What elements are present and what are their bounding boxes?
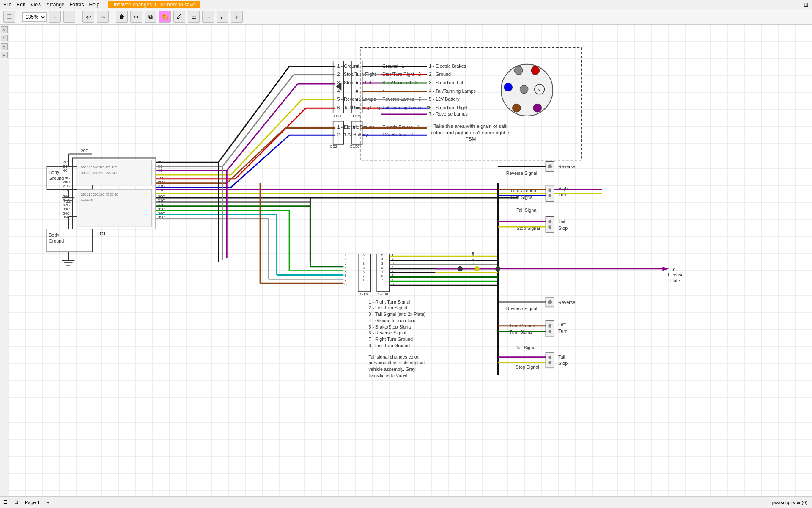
menu-arrange[interactable]: Arrange <box>47 2 65 8</box>
shape-button[interactable]: ▭ <box>188 11 200 23</box>
svg-text:2C: 2C <box>63 160 68 164</box>
arrow-button[interactable]: → <box>202 11 214 23</box>
svg-text:transitions to Violet: transitions to Violet <box>368 373 407 378</box>
svg-point-88 <box>356 73 358 76</box>
left-btn-3[interactable]: △ <box>1 43 8 50</box>
left-btn-4[interactable]: ▽ <box>1 52 8 58</box>
menu-help[interactable]: Help <box>89 2 100 8</box>
svg-text:vehicle assembly.  Gray: vehicle assembly. Gray <box>368 367 416 372</box>
svg-rect-242 <box>546 216 554 232</box>
pages-button[interactable]: ☰ <box>3 11 15 23</box>
left-btn-1[interactable]: ◁ <box>1 26 8 33</box>
diagram-canvas[interactable]: Body Ground 20C Body Ground 3 <box>8 25 812 496</box>
svg-text:To: To <box>671 267 675 272</box>
svg-text:3C: 3C <box>63 164 68 168</box>
svg-text:19C: 19C <box>63 176 70 180</box>
svg-text:4: 4 <box>362 257 365 261</box>
left-panel: ◁ ▷ △ ▽ <box>0 25 8 496</box>
add-page-plus[interactable]: + <box>47 500 49 505</box>
svg-text:Turn: Turn <box>558 329 568 334</box>
menu-edit[interactable]: Edit <box>16 2 25 8</box>
menu-bar: File Edit View Arrange Extras Help Unsav… <box>0 0 812 9</box>
svg-text:C15: C15 <box>360 291 368 296</box>
svg-text:34C: 34C <box>63 211 70 215</box>
svg-text:Reverse Signal: Reverse Signal <box>506 171 537 176</box>
svg-text:6 - Reverse Signal: 6 - Reverse Signal <box>368 330 406 335</box>
svg-text:Ground: Ground <box>49 238 64 243</box>
fill-color-button[interactable]: 🎨 <box>159 11 171 23</box>
menu-view[interactable]: View <box>30 2 41 8</box>
svg-text:3 - Tail Signal (and 2x Plate): 3 - Tail Signal (and 2x Plate) <box>368 312 425 317</box>
svg-point-235 <box>548 164 552 168</box>
svg-text:22C 21C 20C 19C  4C  3C  2C: 22C 21C 20C 19C 4C 3C 2C <box>81 193 118 196</box>
svg-text:1 - Electric Brakes: 1 - Electric Brakes <box>429 64 466 69</box>
connector-button[interactable]: ⌐ <box>217 11 228 23</box>
svg-line-70 <box>227 128 285 183</box>
svg-text:7 - Right Turn Ground: 7 - Right Turn Ground <box>368 337 413 342</box>
separator3 <box>112 12 112 22</box>
undo-button[interactable]: ↩ <box>82 11 94 23</box>
svg-text:Ground: Ground <box>49 176 64 181</box>
svg-text:Tail: Tail <box>558 219 565 224</box>
svg-text:Stop: Stop <box>558 361 568 366</box>
svg-text:6 - Stop/Turn Right: 6 - Stop/Turn Right <box>429 105 467 110</box>
svg-point-226 <box>458 266 463 271</box>
svg-point-89 <box>356 82 358 84</box>
redo-button[interactable]: ↪ <box>97 11 109 23</box>
status-bar: ☰ ⊞ Page-1 + javascript:void(0); <box>0 496 812 508</box>
copy-button[interactable]: ⧉ <box>145 11 156 23</box>
svg-text:5 - Brake/Stop Signal: 5 - Brake/Stop Signal <box>368 324 411 329</box>
svg-text:Turn: Turn <box>558 192 568 197</box>
svg-point-261 <box>548 324 551 328</box>
svg-text:License: License <box>668 272 683 277</box>
zoom-out-button[interactable]: − <box>63 11 75 23</box>
svg-point-138 <box>513 104 521 112</box>
add-page-button[interactable]: ☰ <box>3 500 8 505</box>
svg-text:6: 6 <box>362 270 365 274</box>
svg-point-243 <box>548 220 551 223</box>
svg-text:2: 2 <box>381 266 383 270</box>
unsaved-notice[interactable]: Unsaved changes. Click here to save. <box>108 1 200 8</box>
svg-point-139 <box>533 104 542 112</box>
delete-button[interactable]: 🗑 <box>116 11 128 23</box>
line-color-button[interactable]: 🖊 <box>173 11 185 23</box>
svg-text:Body: Body <box>49 232 59 237</box>
svg-text:31C: 31C <box>63 199 70 203</box>
cut-button[interactable]: ✂ <box>130 11 142 23</box>
menu-file[interactable]: File <box>3 2 11 8</box>
zoom-in-button[interactable]: + <box>49 11 61 23</box>
js-status: javascript:void(0); <box>772 500 809 505</box>
add-button[interactable]: + <box>231 11 243 23</box>
left-btn-2[interactable]: ▷ <box>1 35 8 41</box>
svg-text:3: 3 <box>381 262 384 265</box>
svg-text:1: 1 <box>381 270 383 274</box>
svg-text:5: 5 <box>381 253 384 257</box>
svg-text:32C: 32C <box>63 203 70 207</box>
svg-text:1 - Electric Brakes: 1 - Electric Brakes <box>337 124 374 130</box>
svg-text:7: 7 <box>362 274 364 278</box>
svg-text:7: 7 <box>381 278 383 282</box>
menu-extras[interactable]: Extras <box>70 2 84 8</box>
svg-text:Reverse Signal: Reverse Signal <box>506 306 537 311</box>
svg-point-92 <box>356 107 358 109</box>
svg-text:Tail Signal: Tail Signal <box>516 345 536 350</box>
svg-point-91 <box>356 98 358 101</box>
svg-text:C1: C1 <box>100 231 107 237</box>
svg-text:20C: 20C <box>81 148 88 153</box>
window-controls: ⊡ <box>804 1 809 8</box>
svg-text:Ground: Ground <box>470 251 475 265</box>
svg-text:22C: 22C <box>158 188 165 192</box>
svg-rect-237 <box>546 185 554 201</box>
svg-text:Reverse: Reverse <box>558 164 575 169</box>
svg-text:Electric Brakes - 1: Electric Brakes - 1 <box>382 124 420 130</box>
svg-text:5 - 12V Battery: 5 - 12V Battery <box>429 97 460 102</box>
svg-rect-265 <box>546 352 554 368</box>
svg-point-266 <box>548 356 551 359</box>
svg-point-134 <box>504 83 513 91</box>
page-expand[interactable]: ⊞ <box>14 500 18 505</box>
zoom-select[interactable]: 135%100%75% <box>22 12 47 22</box>
svg-text:C125: C125 <box>353 113 363 118</box>
svg-point-90 <box>356 90 358 93</box>
svg-point-239 <box>548 194 551 197</box>
svg-text:30C: 30C <box>63 194 70 199</box>
